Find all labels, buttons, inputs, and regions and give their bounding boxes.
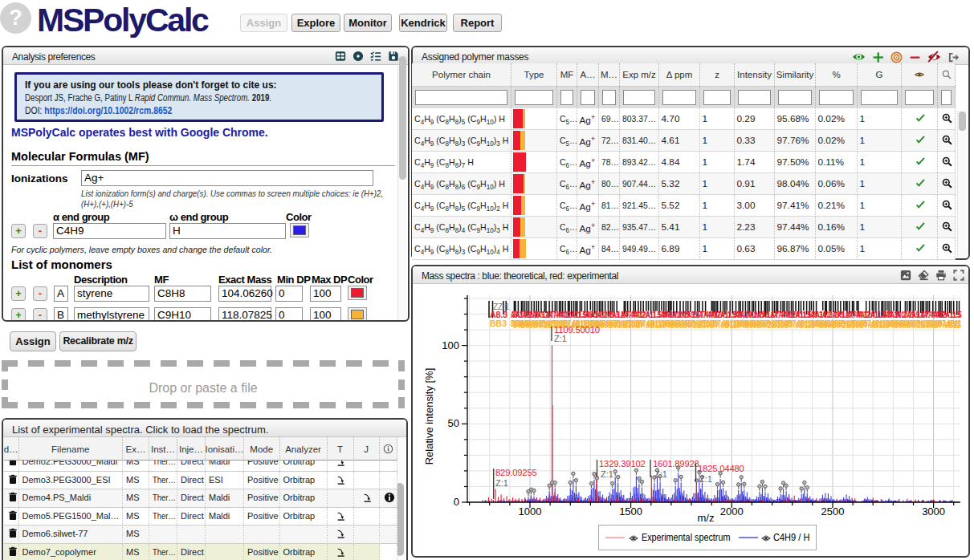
svg-text:Z:1: Z:1 [495, 478, 508, 488]
svg-text:m/z: m/z [698, 512, 715, 524]
svg-text:Z:1: Z:1 [601, 469, 613, 479]
svg-text:1329.39102: 1329.39102 [599, 459, 646, 469]
svg-text:1000: 1000 [519, 505, 542, 517]
svg-text:2000: 2000 [720, 505, 744, 517]
svg-text:829.09255: 829.09255 [495, 468, 537, 477]
svg-text:Z:1: Z:1 [699, 474, 712, 484]
svg-text:3000: 3000 [922, 505, 945, 517]
svg-text:Z:1: Z:1 [654, 469, 667, 479]
svg-text:1500: 1500 [619, 505, 642, 517]
svg-text:1601.89928: 1601.89928 [653, 459, 699, 469]
svg-text:1825.04480: 1825.04480 [698, 464, 744, 473]
svg-text:2500: 2500 [821, 505, 845, 517]
svg-text:BB3: BB3 [490, 319, 507, 328]
svg-text:100: 100 [442, 339, 459, 351]
svg-text:50: 50 [448, 417, 459, 429]
svg-text:Z:1: Z:1 [554, 334, 567, 343]
svg-text:0: 0 [454, 496, 459, 508]
svg-text:Relative intensity [%]: Relative intensity [%] [423, 368, 435, 465]
